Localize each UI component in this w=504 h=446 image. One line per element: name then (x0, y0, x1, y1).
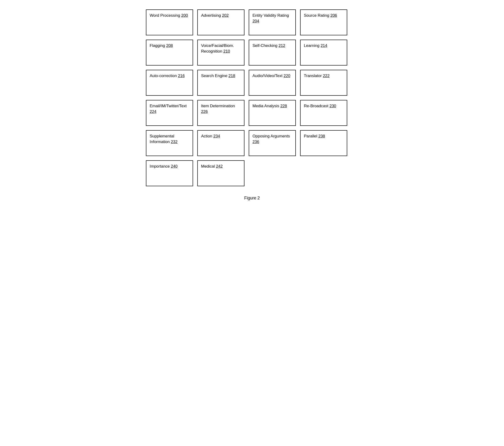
box-240: Importance 240 (146, 160, 193, 186)
box-number-232: 232 (171, 140, 178, 144)
box-212: Self-Checking 212 (249, 40, 296, 66)
box-label-220: Audio/Video/Text 220 (252, 73, 290, 79)
box-226: Item Determination 226 (197, 100, 244, 126)
box-number-228: 228 (280, 104, 287, 108)
box-number-202: 202 (222, 13, 229, 18)
box-222: Translator 222 (300, 70, 347, 96)
box-number-214: 214 (321, 43, 327, 48)
diagram-row-2: Auto-correction 216Search Engine 218Audi… (146, 70, 358, 96)
box-242: Medical 242 (197, 160, 244, 186)
box-label-238: Parallel 238 (304, 133, 325, 139)
box-number-206: 206 (330, 13, 337, 18)
box-number-224: 224 (150, 109, 156, 114)
box-218: Search Engine 218 (197, 70, 244, 96)
box-number-226: 226 (201, 109, 208, 114)
box-number-210: 210 (223, 49, 230, 54)
box-208: Flagging 208 (146, 40, 193, 66)
figure-caption: Figure 2 (244, 196, 260, 201)
box-216: Auto-correction 216 (146, 70, 193, 96)
box-number-242: 242 (216, 164, 222, 169)
box-204: Entity Validity Rating 204 (249, 9, 296, 35)
box-200: Word Processing 200 (146, 9, 193, 35)
box-238: Parallel 238 (300, 130, 347, 156)
box-label-212: Self-Checking 212 (252, 43, 285, 49)
empty-cell-5-3 (300, 160, 347, 186)
box-label-202: Advertising 202 (201, 13, 229, 18)
diagram-row-3: Email/IM/Twitter/Text 224Item Determinat… (146, 100, 358, 126)
box-210: Voice/Facial/Biom. Recognition 210 (197, 40, 244, 66)
box-label-206: Source Rating 206 (304, 13, 337, 18)
box-232: Supplemental Information 232 (146, 130, 193, 156)
box-label-232: Supplemental Information 232 (150, 133, 189, 145)
box-label-228: Media Analysis 228 (252, 103, 287, 109)
box-206: Source Rating 206 (300, 9, 347, 35)
box-234: Action 234 (197, 130, 244, 156)
box-236: Opposing Arguments 236 (249, 130, 296, 156)
box-label-204: Entity Validity Rating 204 (252, 13, 292, 24)
box-label-208: Flagging 208 (150, 43, 173, 49)
box-label-214: Learning 214 (304, 43, 327, 49)
empty-cell-5-2 (249, 160, 296, 186)
box-number-230: 230 (330, 104, 336, 108)
box-number-216: 216 (178, 73, 185, 78)
box-label-226: Item Determination 226 (201, 103, 241, 115)
box-214: Learning 214 (300, 40, 347, 66)
box-label-240: Importance 240 (150, 164, 178, 169)
box-number-238: 238 (318, 134, 325, 138)
box-228: Media Analysis 228 (249, 100, 296, 126)
box-number-220: 220 (284, 73, 290, 78)
box-number-212: 212 (279, 43, 285, 48)
box-number-240: 240 (171, 164, 178, 169)
box-number-204: 204 (252, 19, 259, 23)
diagram-row-5: Importance 240Medical 242 (146, 160, 358, 186)
box-label-242: Medical 242 (201, 164, 223, 169)
box-label-222: Translator 222 (304, 73, 330, 79)
diagram-row-4: Supplemental Information 232Action 234Op… (146, 130, 358, 156)
box-number-218: 218 (228, 73, 235, 78)
diagram-row-1: Flagging 208Voice/Facial/Biom. Recogniti… (146, 40, 358, 66)
box-220: Audio/Video/Text 220 (249, 70, 296, 96)
box-label-200: Word Processing 200 (150, 13, 188, 18)
box-number-208: 208 (166, 43, 173, 48)
diagram-container: Word Processing 200Advertising 202Entity… (146, 9, 358, 186)
box-label-230: Re-Broadcast 230 (304, 103, 336, 109)
box-number-200: 200 (181, 13, 188, 18)
box-224: Email/IM/Twitter/Text 224 (146, 100, 193, 126)
box-number-236: 236 (252, 140, 259, 144)
box-230: Re-Broadcast 230 (300, 100, 347, 126)
box-label-216: Auto-correction 216 (150, 73, 185, 79)
diagram-row-0: Word Processing 200Advertising 202Entity… (146, 9, 358, 35)
box-label-224: Email/IM/Twitter/Text 224 (150, 103, 189, 115)
box-label-234: Action 234 (201, 133, 220, 139)
box-202: Advertising 202 (197, 9, 244, 35)
box-label-210: Voice/Facial/Biom. Recognition 210 (201, 43, 241, 54)
box-label-218: Search Engine 218 (201, 73, 235, 79)
box-number-234: 234 (213, 134, 220, 138)
box-label-236: Opposing Arguments 236 (252, 133, 292, 145)
box-number-222: 222 (323, 73, 330, 78)
